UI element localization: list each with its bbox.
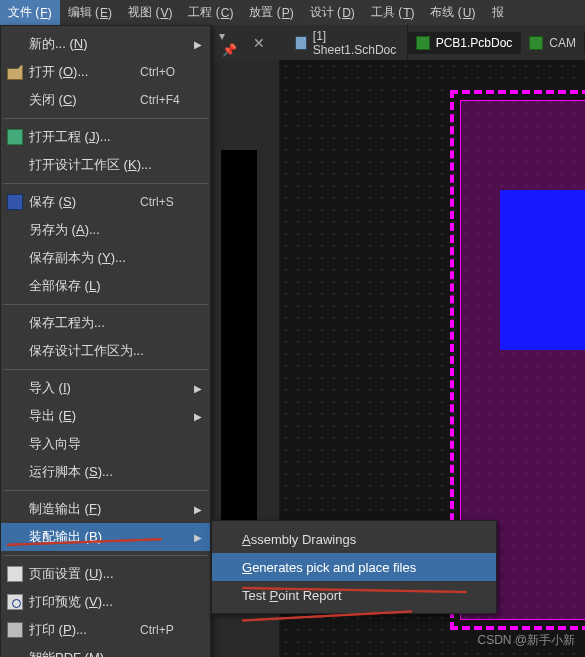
submenu-pick-and-place[interactable]: Generates pick and place files: [212, 553, 496, 581]
panel-scrollbar[interactable]: [221, 150, 257, 550]
tab-pcbdoc[interactable]: PCB1.PcbDoc: [408, 32, 522, 54]
menu-export[interactable]: 导出 (E)▶: [1, 402, 210, 430]
submenu-test-point-report[interactable]: Test Point Report: [212, 581, 496, 609]
page-icon: [7, 566, 23, 582]
print-preview-icon: [7, 594, 23, 610]
submenu-assembly-drawings[interactable]: Assembly Drawings: [212, 525, 496, 553]
menu-place[interactable]: 放置 (P): [241, 0, 301, 25]
menu-open[interactable]: 打开 (O)...Ctrl+O: [1, 58, 210, 86]
cam-icon: [529, 36, 543, 50]
project-icon: [7, 129, 23, 145]
pcbdoc-icon: [416, 36, 430, 50]
menu-open-project[interactable]: 打开工程 (J)...: [1, 123, 210, 151]
close-panel-icon[interactable]: ✕: [247, 35, 271, 51]
menu-new[interactable]: 新的... (N)▶: [1, 30, 210, 58]
pin-icon[interactable]: ▾ 📌: [215, 29, 247, 57]
submenu-arrow-icon: ▶: [194, 39, 202, 50]
menu-view[interactable]: 视图 (V): [120, 0, 180, 25]
tab-cam[interactable]: CAM: [521, 32, 585, 54]
menu-save-project-as[interactable]: 保存工程为...: [1, 309, 210, 337]
menu-design[interactable]: 设计 (D): [302, 0, 363, 25]
menu-report[interactable]: 报: [484, 0, 512, 25]
menu-save-copy-as[interactable]: 保存副本为 (Y)...: [1, 244, 210, 272]
printer-icon: [7, 622, 23, 638]
submenu-arrow-icon: ▶: [194, 411, 202, 422]
menu-smart-pdf[interactable]: 智能PDF (M)...: [1, 644, 210, 657]
menu-save-as[interactable]: 另存为 (A)...: [1, 216, 210, 244]
menu-save-all[interactable]: 全部保存 (L): [1, 272, 210, 300]
schdoc-icon: [295, 36, 307, 50]
menu-assembly-outputs[interactable]: 装配输出 (B)▶: [1, 523, 210, 551]
menu-run-script[interactable]: 运行脚本 (S)...: [1, 458, 210, 486]
menu-fabrication-outputs[interactable]: 制造输出 (F)▶: [1, 495, 210, 523]
watermark: CSDN @新手小新: [477, 632, 575, 649]
submenu-arrow-icon: ▶: [194, 383, 202, 394]
file-menu: 新的... (N)▶ 打开 (O)...Ctrl+O 关闭 (C)Ctrl+F4…: [0, 25, 211, 657]
submenu-arrow-icon: ▶: [194, 532, 202, 543]
menu-save-workspace-as[interactable]: 保存设计工作区为...: [1, 337, 210, 365]
menu-print-preview[interactable]: 打印预览 (V)...: [1, 588, 210, 616]
folder-open-icon: [7, 64, 23, 80]
menu-edit[interactable]: 编辑 (E): [60, 0, 120, 25]
menu-close[interactable]: 关闭 (C)Ctrl+F4: [1, 86, 210, 114]
tab-schdoc[interactable]: [1] Sheet1.SchDoc: [287, 25, 408, 61]
component-silk: [500, 190, 585, 350]
menu-file[interactable]: 文件 (F): [0, 0, 60, 25]
menu-save[interactable]: 保存 (S)Ctrl+S: [1, 188, 210, 216]
save-icon: [7, 194, 23, 210]
menu-project[interactable]: 工程 (C): [180, 0, 241, 25]
menu-route[interactable]: 布线 (U): [422, 0, 483, 25]
menu-tools[interactable]: 工具 (T): [363, 0, 423, 25]
menubar: 文件 (F) 编辑 (E) 视图 (V) 工程 (C) 放置 (P) 设计 (D…: [0, 0, 585, 25]
submenu-arrow-icon: ▶: [194, 504, 202, 515]
menu-import[interactable]: 导入 (I)▶: [1, 374, 210, 402]
menu-open-workspace[interactable]: 打开设计工作区 (K)...: [1, 151, 210, 179]
menu-print[interactable]: 打印 (P)...Ctrl+P: [1, 616, 210, 644]
menu-import-wizard[interactable]: 导入向导: [1, 430, 210, 458]
assembly-outputs-submenu: Assembly Drawings Generates pick and pla…: [211, 520, 497, 614]
menu-page-setup[interactable]: 页面设置 (U)...: [1, 560, 210, 588]
